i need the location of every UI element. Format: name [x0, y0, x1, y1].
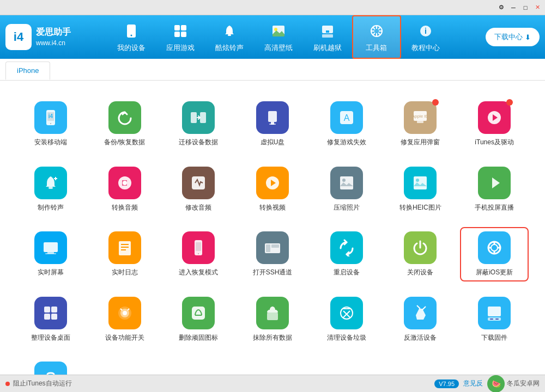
tool-item-fix-games[interactable]: A修复游戏失效	[312, 97, 381, 151]
tool-item-access-limit[interactable]: 访问限制	[16, 357, 85, 375]
tool-item-convert-video[interactable]: 转换视频	[238, 162, 307, 217]
tool-icon-device-toggle	[108, 297, 141, 329]
svg-rect-11	[326, 30, 329, 33]
nav-icon-tutorials: i	[416, 21, 435, 41]
tool-label-clean-junk: 清理设备垃圾	[327, 334, 366, 342]
tool-item-install-mobile[interactable]: i4安装移动端	[16, 97, 85, 151]
svg-rect-38	[49, 187, 53, 189]
tool-item-clean-junk[interactable]: 清理设备垃圾	[312, 292, 381, 347]
tool-icon-deactivate-device	[404, 297, 437, 329]
tool-label-backup-restore: 备份/恢复数据	[104, 138, 145, 147]
svg-rect-45	[340, 176, 353, 189]
nav-item-app-games[interactable]: 应用游戏	[156, 15, 205, 59]
svg-rect-68	[44, 307, 50, 313]
svg-rect-31	[269, 124, 276, 125]
tool-item-erase-all-data[interactable]: 抹除所有数据	[238, 292, 307, 347]
tool-item-convert-audio[interactable]: 转换音频	[90, 162, 159, 217]
nav-item-tutorials[interactable]: i教程中心	[401, 15, 450, 59]
settings-button[interactable]: ⚙	[496, 2, 507, 13]
version-badge: V7.95	[434, 379, 459, 388]
tool-icon-make-ringtone	[34, 167, 67, 199]
nav-item-ringtones[interactable]: 酷炫铃声	[205, 15, 254, 59]
feedback-text[interactable]: 意见反	[463, 379, 483, 388]
tab-iphone[interactable]: iPhone	[5, 62, 50, 80]
tool-label-shutdown-device: 关闭设备	[407, 268, 433, 277]
maximize-button[interactable]: □	[520, 2, 531, 13]
status-dot	[5, 382, 10, 386]
svg-rect-57	[196, 242, 201, 251]
svg-text:A: A	[343, 113, 349, 122]
tool-label-screen-live: 手机投屏直播	[475, 204, 514, 212]
tool-item-restart-device[interactable]: 重启设备	[312, 227, 381, 281]
tool-item-migrate-device[interactable]: 迁移设备数据	[164, 97, 233, 151]
tool-label-organize-desktop: 整理设备桌面	[31, 334, 70, 342]
tool-item-backup-restore[interactable]: 备份/恢复数据	[90, 97, 159, 151]
nav-item-my-device[interactable]: 我的设备	[107, 15, 156, 59]
minimize-button[interactable]: ─	[508, 2, 519, 13]
tool-icon-download-firmware	[478, 297, 511, 329]
tool-label-fix-games: 修复游戏失效	[327, 138, 366, 147]
tool-icon-migrate-device	[182, 101, 215, 134]
nav-item-wallpaper[interactable]: 高清壁纸	[254, 15, 303, 59]
tool-icon-delete-stubborn-icon	[182, 297, 215, 329]
main-content: i4安装移动端备份/恢复数据迁移设备数据虚拟U盘A修复游戏失效Apple ID修…	[0, 81, 545, 375]
watermark: 🍉 冬瓜安卓网	[487, 375, 540, 393]
svg-rect-52	[119, 241, 131, 255]
svg-line-17	[372, 27, 374, 29]
tool-item-open-ssh[interactable]: 打开SSH通道	[238, 227, 307, 281]
tool-icon-organize-desktop	[34, 297, 67, 329]
nav-icon-wallpaper	[269, 21, 288, 41]
tool-label-edit-audio: 修改音频	[185, 204, 211, 212]
nav-label-toolbox: 工具箱	[366, 43, 387, 53]
tool-item-block-ios-update[interactable]: 屏蔽iOS更新	[460, 227, 529, 281]
watermark-icon: 🍉	[487, 375, 505, 393]
tool-item-fix-app-popup[interactable]: Apple ID修复应用弹窗	[386, 97, 455, 151]
tool-label-device-toggle: 设备功能开关	[105, 334, 144, 342]
statusbar-left: 阻止iTunes自动运行	[5, 379, 434, 388]
nav-item-jailbreak[interactable]: 刷机越狱	[303, 15, 352, 59]
svg-line-20	[372, 33, 374, 35]
tool-item-download-firmware[interactable]: 下载固件	[460, 292, 529, 347]
tool-label-realtime-log: 实时日志	[112, 268, 138, 277]
tool-item-edit-audio[interactable]: 修改音频	[164, 162, 233, 217]
tool-item-convert-heic[interactable]: 转换HEIC图片	[386, 162, 455, 217]
watermark-text: 冬瓜安卓网	[507, 379, 540, 388]
tool-item-screen-live[interactable]: 手机投屏直播	[460, 162, 529, 217]
tool-label-erase-all-data: 抹除所有数据	[253, 334, 292, 342]
download-label: 下载中心	[494, 32, 523, 42]
tool-item-shutdown-device[interactable]: 关闭设备	[386, 227, 455, 281]
tool-item-organize-desktop[interactable]: 整理设备桌面	[16, 292, 85, 347]
svg-point-58	[198, 253, 199, 254]
nav-item-toolbox[interactable]: 工具箱	[352, 15, 401, 59]
download-center-button[interactable]: 下载中心 ⬇	[486, 28, 540, 46]
tool-icon-access-limit	[34, 362, 67, 375]
tool-label-realtime-screen: 实时屏幕	[38, 268, 64, 277]
tool-item-recovery-mode[interactable]: 进入恢复模式	[164, 227, 233, 281]
svg-rect-49	[44, 242, 58, 252]
tool-icon-clean-junk	[330, 297, 363, 329]
svg-rect-79	[267, 313, 278, 320]
tool-label-restart-device: 重启设备	[334, 268, 360, 277]
svg-line-19	[378, 27, 380, 29]
statusbar: 阻止iTunes自动运行 V7.95 意见反 🍉 冬瓜安卓网	[0, 375, 545, 392]
tool-item-make-ringtone[interactable]: 制作铃声	[16, 162, 85, 217]
tool-item-delete-stubborn-icon[interactable]: 删除顽固图标	[164, 292, 233, 347]
tool-icon-erase-all-data	[256, 297, 289, 329]
svg-text:i4: i4	[49, 113, 53, 119]
tool-label-virtual-udisk: 虚拟U盘	[261, 138, 285, 147]
tool-item-realtime-screen[interactable]: 实时屏幕	[16, 227, 85, 281]
tool-icon-compress-photo	[330, 167, 363, 199]
tool-icon-convert-video	[256, 167, 289, 199]
close-button[interactable]: ✕	[532, 2, 543, 13]
nav-items: 我的设备应用游戏酷炫铃声高清壁纸刷机越狱工具箱i教程中心	[71, 15, 486, 59]
tool-item-deactivate-device[interactable]: 反激活设备	[386, 292, 455, 347]
tool-item-compress-photo[interactable]: 压缩照片	[312, 162, 381, 217]
tool-item-realtime-log[interactable]: 实时日志	[90, 227, 159, 281]
tool-item-device-toggle[interactable]: 设备功能开关	[90, 292, 159, 347]
nav-label-ringtones: 酷炫铃声	[215, 43, 244, 53]
tool-item-virtual-udisk[interactable]: 虚拟U盘	[238, 97, 307, 151]
tool-item-itunes-driver[interactable]: iTunes及驱动	[460, 97, 529, 151]
nav-label-my-device: 我的设备	[117, 43, 146, 53]
nav-icon-app-games	[171, 21, 190, 41]
tool-icon-shutdown-device	[404, 231, 437, 264]
